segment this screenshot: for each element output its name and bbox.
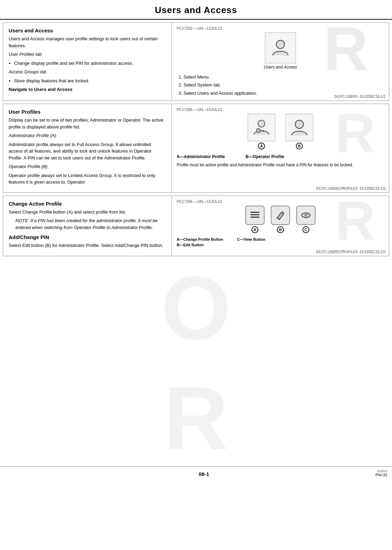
section-1-heading: Users and Access	[9, 28, 166, 33]
section-1-step1: Select Menu.	[184, 73, 384, 81]
section-1-image-block: Users and Access	[177, 32, 384, 70]
button-c-circle: C	[302, 226, 309, 233]
section-1-bullets: Change display profile and set PIN for a…	[14, 60, 166, 67]
section-3-doc-ref: DX,PC,USERS,PROFILES -19-22DEC15-2/2	[316, 250, 385, 254]
watermark-big-o: O	[161, 263, 231, 353]
section-3-heading2: Add/Change PIN	[9, 234, 166, 240]
section-2-right: PC17265 —UN—15JUL13 A	[172, 104, 389, 193]
operator-profile-block: B	[286, 114, 313, 149]
footer-right: 102816 PN=33	[375, 469, 387, 477]
section-1-left: Users and Access Users and Access manage…	[3, 23, 172, 101]
list-icon	[249, 209, 261, 221]
section-1: Users and Access Users and Access manage…	[3, 22, 389, 101]
section-2-label-a: A—Administrator Profile	[177, 154, 225, 159]
section-3-left: Change Active Profile Select Change Prof…	[3, 196, 172, 256]
section-1-right: PC17262 —UN—12JUL13 Users and Access R S…	[172, 23, 389, 101]
section-3-heading1: Change Active Profile	[9, 201, 166, 207]
button-b-block: B	[271, 206, 290, 233]
admin-user-icon	[251, 117, 271, 137]
admin-circle-label: A	[258, 143, 265, 149]
pencil-icon	[275, 209, 286, 221]
section-2-body2: Administrator profile always set to Full…	[9, 141, 166, 162]
footer-pn: PN=33	[375, 473, 387, 477]
footer-docnum: 102816	[375, 469, 387, 473]
section-1-pc-code: PC17262 —UN—12JUL13	[177, 26, 384, 30]
section-1-subheading3: Navigate to Users and Access	[9, 86, 166, 93]
page-title-bar: Users and Access	[0, 0, 392, 20]
svg-rect-7	[250, 212, 259, 213]
section-1-subheading1: User Profiles tab	[9, 51, 166, 58]
svg-point-6	[295, 120, 303, 128]
section-3-body2: Select Edit button (B) for Administrator…	[9, 242, 166, 249]
operator-circle-label: B	[296, 143, 303, 149]
section-2-left: User Profiles Display can be set to one …	[3, 104, 172, 193]
svg-point-0	[276, 40, 285, 49]
button-a-block: A	[245, 206, 265, 233]
section-2-subheading1: Administrator Profile (A)	[9, 132, 166, 139]
section-1-body1: Users and Access manages user profile se…	[9, 35, 166, 49]
page-title: Users and Access	[0, 5, 392, 15]
svg-point-2	[256, 128, 260, 133]
section-3-label-a: A—Change Profile Button	[177, 237, 223, 241]
section-1-bullets2: Store display features that are locked.	[14, 77, 166, 84]
section-1-image-caption: Users and Access	[264, 65, 297, 70]
svg-rect-9	[250, 217, 259, 218]
page-footer: 08-1 102816 PN=33	[0, 466, 392, 480]
view-button-image	[296, 206, 316, 225]
section-3-label-c: C—View Button	[237, 237, 265, 247]
profile-caption-row: A—Administrator Profile B—Operator Profi…	[177, 153, 384, 159]
change-profile-button-image	[245, 206, 265, 225]
section-2-label-b: B—Operator Profile	[246, 154, 284, 159]
section-1-step2: Select System tab.	[184, 81, 384, 89]
button-a-circle: A	[251, 226, 258, 233]
section-3-label-b: B—Edit Button	[177, 243, 223, 247]
operator-user-icon	[289, 117, 309, 137]
watermark-big-r: R	[164, 373, 228, 463]
button-legend-row: A—Change Profile Button B—Edit Button C—…	[177, 236, 384, 247]
section-3: Change Active Profile Select Change Prof…	[3, 196, 389, 256]
section-2-body3: Operator profile always set to Limited A…	[9, 172, 166, 186]
bottom-watermark-area: O R	[0, 263, 392, 463]
svg-point-1	[258, 120, 265, 127]
section-2-heading: User Profiles	[9, 109, 166, 115]
section-2-subheading2: Operator Profile (B)	[9, 163, 166, 170]
page-number: 08-1	[32, 471, 375, 477]
section-2-pc-code: PC17265 —UN—15JUL13	[177, 107, 384, 112]
svg-line-10	[277, 218, 277, 219]
profile-icons-row: A B	[177, 114, 384, 149]
section-3-pc-code: PC17266 —UN—15JUL13	[177, 199, 384, 204]
operator-profile-image	[286, 114, 313, 141]
button-b-circle: B	[277, 226, 284, 233]
svg-rect-8	[250, 214, 259, 215]
section-3-note: NOTE: If a PIN has been created for the …	[16, 217, 166, 231]
section-3-legend-ab: A—Change Profile Button B—Edit Button	[177, 236, 223, 247]
user-icon	[270, 38, 291, 58]
section-1-steps: Select Menu. Select System tab. Select U…	[184, 73, 384, 97]
section-2-doc-ref: DX,PC,USERS,PROFILES -19-22DEC15-1/2	[316, 187, 385, 190]
section-3-body1: Select Change Profile button (A) and sel…	[9, 209, 166, 216]
section-2-body1: Display can be set to one of two profile…	[9, 117, 166, 130]
button-c-block: C	[296, 206, 316, 233]
section-1-bullet2: Store display features that are locked.	[14, 77, 166, 84]
edit-button-image	[271, 206, 290, 225]
buttons-row: A B	[177, 206, 384, 233]
svg-point-13	[305, 215, 307, 216]
section-1-doc-ref: DX,PC,USERS -19-22DEC15-1/1	[334, 95, 385, 98]
section-1-subheading2: Access Groups tab	[9, 69, 166, 75]
section-1-user-image	[265, 32, 296, 63]
eye-icon	[300, 209, 312, 221]
section-3-right: PC17266 —UN—15JUL13 A	[172, 196, 389, 256]
admin-profile-image	[248, 114, 275, 141]
section-2-caption: Profile must be active profile and Admin…	[177, 162, 384, 168]
section-2: User Profiles Display can be set to one …	[3, 104, 389, 193]
section-1-bullet1: Change display profile and set PIN for a…	[14, 60, 166, 67]
admin-profile-block: A	[248, 114, 275, 149]
